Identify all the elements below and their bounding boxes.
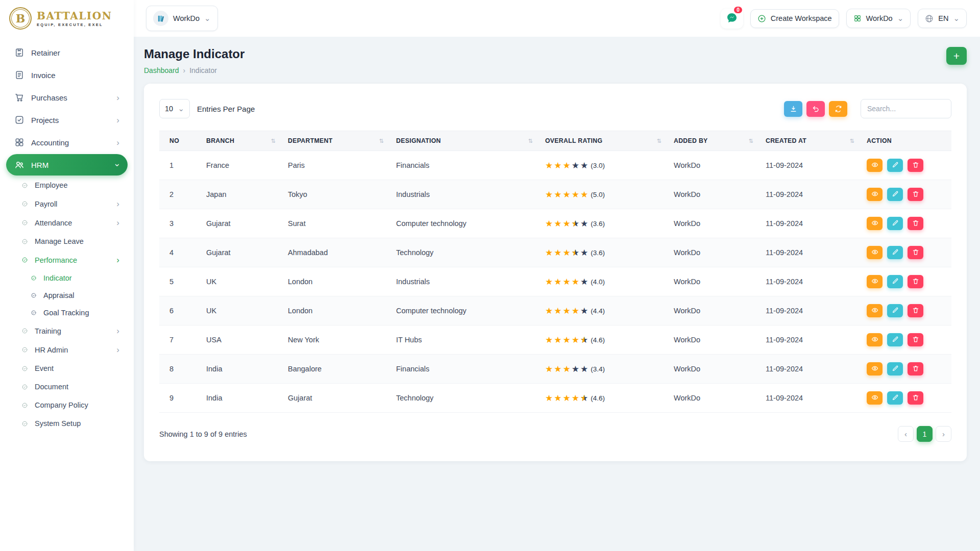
view-button[interactable] [867, 246, 883, 259]
star-full-icon: ★ [563, 307, 571, 315]
cell-no: 8 [159, 355, 200, 384]
sidebar-item-accounting[interactable]: Accounting› [6, 132, 128, 153]
edit-button[interactable] [887, 304, 903, 317]
sidebar-item-performance[interactable]: Performance› [6, 251, 128, 269]
sidebar-item-event[interactable]: Event [6, 360, 128, 377]
table-row: 3GujaratSuratComputer technology★★★★★★(3… [159, 209, 951, 238]
view-button[interactable] [867, 275, 883, 288]
table-row: 5UKLondonIndustrials★★★★★(4.0)WorkDo11-0… [159, 267, 951, 296]
rating-value: (4.6) [591, 394, 605, 402]
sidebar-item-projects[interactable]: Projects› [6, 109, 128, 131]
view-button[interactable] [867, 304, 883, 317]
cell-branch: UK [200, 267, 282, 296]
cell-overall-rating: ★★★★★★(3.6) [539, 238, 668, 267]
cell-branch: Gujarat [200, 209, 282, 238]
view-button[interactable] [867, 188, 883, 201]
delete-button[interactable] [908, 275, 923, 288]
delete-button[interactable] [908, 246, 923, 259]
plus-circle-icon [757, 14, 766, 23]
reset-button[interactable] [806, 101, 825, 117]
star-full-icon: ★ [545, 394, 553, 403]
sidebar-item-attendance[interactable]: Attendance› [6, 214, 128, 232]
add-indicator-button[interactable]: + [946, 47, 967, 65]
column-header-added-by[interactable]: ADDED BY⇅ [668, 131, 760, 151]
sidebar-item-appraisal[interactable]: Appraisal [6, 287, 128, 304]
view-button[interactable] [867, 362, 883, 375]
search-input[interactable] [861, 99, 951, 118]
sidebar-item-goal-tracking[interactable]: Goal Tracking [6, 305, 128, 321]
page-content: Manage Indicator Dashboard › Indicator +… [134, 37, 980, 551]
view-button[interactable] [867, 333, 883, 346]
edit-button[interactable] [887, 362, 903, 375]
sidebar-item-payroll[interactable]: Payroll› [6, 195, 128, 213]
sidebar-item-invoice[interactable]: Invoice [6, 64, 128, 86]
trash-icon [912, 161, 919, 170]
edit-button[interactable] [887, 217, 903, 230]
create-workspace-button[interactable]: Create Workspace [750, 9, 839, 28]
star-full-icon: ★ [554, 365, 561, 373]
page-1-button[interactable]: 1 [917, 426, 933, 442]
column-header-department[interactable]: DEPARTMENT⇅ [282, 131, 390, 151]
messages-button[interactable]: 0 [721, 9, 743, 29]
sidebar-item-company-policy[interactable]: Company Policy [6, 396, 128, 414]
next-page-button[interactable]: › [936, 426, 951, 442]
refresh-button[interactable] [829, 101, 847, 117]
cell-department: New York [282, 325, 390, 355]
grid-icon [853, 14, 862, 22]
sidebar-item-manage-leave[interactable]: Manage Leave [6, 233, 128, 250]
sidebar-item-system-setup[interactable]: System Setup [6, 415, 128, 432]
view-button[interactable] [867, 159, 883, 172]
column-label: ADDED BY [674, 137, 708, 144]
breadcrumb-dashboard-link[interactable]: Dashboard [144, 66, 179, 74]
sidebar-item-label: Indicator [43, 274, 72, 282]
star-full-icon: ★ [545, 278, 553, 286]
star-full-icon: ★ [554, 336, 561, 344]
delete-button[interactable] [908, 304, 923, 317]
purchases-icon [14, 92, 24, 103]
sidebar-item-purchases[interactable]: Purchases› [6, 87, 128, 108]
column-header-designation[interactable]: DESIGNATION⇅ [390, 131, 539, 151]
sidebar-item-retainer[interactable]: Retainer [6, 42, 128, 63]
cell-no: 4 [159, 238, 200, 267]
column-header-branch[interactable]: BRANCH⇅ [200, 131, 282, 151]
sidebar-item-employee[interactable]: Employee [6, 177, 128, 194]
workspace-switcher[interactable]: WorkDo ⌄ [146, 6, 218, 31]
delete-button[interactable] [908, 159, 923, 172]
prev-page-button[interactable]: ‹ [898, 426, 914, 442]
star-full-icon: ★ [563, 336, 571, 344]
language-selector[interactable]: EN ⌄ [918, 9, 967, 28]
star-empty-icon: ★ [572, 161, 579, 170]
chevron-down-icon: ⌄ [897, 14, 904, 23]
edit-button[interactable] [887, 188, 903, 201]
edit-button[interactable] [887, 391, 903, 405]
export-button[interactable] [784, 101, 802, 117]
cell-no: 7 [159, 325, 200, 355]
view-button[interactable] [867, 391, 883, 405]
star-full-icon: ★ [572, 394, 579, 403]
sidebar-item-indicator[interactable]: Indicator [6, 270, 128, 286]
eye-icon [871, 307, 878, 315]
delete-button[interactable] [908, 217, 923, 230]
cell-branch: USA [200, 325, 282, 355]
delete-button[interactable] [908, 333, 923, 346]
edit-button[interactable] [887, 159, 903, 172]
edit-button[interactable] [887, 333, 903, 346]
edit-button[interactable] [887, 275, 903, 288]
eye-icon [871, 161, 878, 170]
column-header-overall-rating[interactable]: OVERALL RATING⇅ [539, 131, 668, 151]
entries-value: 10 [165, 105, 173, 113]
sidebar-item-hr-admin[interactable]: HR Admin› [6, 341, 128, 359]
delete-button[interactable] [908, 362, 923, 375]
sidebar-item-document[interactable]: Document [6, 378, 128, 395]
view-button[interactable] [867, 217, 883, 230]
delete-button[interactable] [908, 188, 923, 201]
edit-button[interactable] [887, 246, 903, 259]
entries-per-page-select[interactable]: 10 ⌄ [159, 99, 190, 118]
workdo-menu-button[interactable]: WorkDo ⌄ [846, 9, 911, 28]
delete-button[interactable] [908, 391, 923, 405]
dot-icon [31, 310, 37, 316]
column-header-created-at[interactable]: CREATED AT⇅ [760, 131, 861, 151]
eye-icon [871, 278, 878, 286]
sidebar-item-hrm[interactable]: HRM› [6, 154, 128, 176]
sidebar-item-training[interactable]: Training› [6, 322, 128, 340]
